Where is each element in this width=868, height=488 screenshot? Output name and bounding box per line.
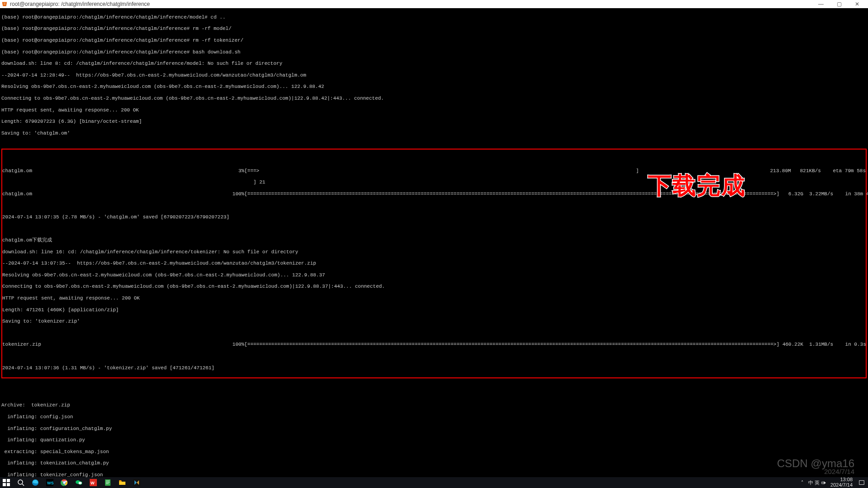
- webstorm-icon[interactable]: WS: [45, 478, 54, 487]
- window-title: root@orangepiaipro: /chatglm/inference/c…: [10, 1, 150, 7]
- svg-rect-17: [106, 481, 110, 481]
- edge-icon[interactable]: [31, 478, 40, 487]
- svg-rect-0: [3, 479, 6, 482]
- file-explorer-icon[interactable]: [118, 478, 127, 487]
- svg-rect-19: [106, 483, 109, 484]
- mobaxterm-icon[interactable]: [132, 478, 141, 487]
- windows-taskbar: WS W ˄ 中 英 🕪 13:08 2024/7/14: [0, 477, 868, 488]
- terminal-output[interactable]: (base) root@orangepiaipro:/chatglm/infer…: [0, 8, 868, 477]
- start-menu-icon[interactable]: [2, 478, 11, 487]
- svg-text:W: W: [91, 481, 95, 485]
- taskbar-clock[interactable]: 13:08 2024/7/14: [830, 477, 853, 488]
- ime-indicator[interactable]: 中 英 🕪: [808, 479, 826, 486]
- svg-rect-18: [106, 482, 110, 483]
- search-icon[interactable]: [16, 478, 25, 487]
- notes-icon[interactable]: [103, 478, 112, 487]
- minimize-button[interactable]: —: [812, 0, 830, 8]
- notifications-icon[interactable]: [857, 478, 866, 487]
- window-titlebar: root@orangepiaipro: /chatglm/inference/c…: [0, 0, 868, 8]
- svg-point-4: [18, 480, 23, 484]
- tray-chevron-up-icon[interactable]: ˄: [801, 480, 804, 486]
- svg-line-5: [22, 484, 24, 486]
- svg-rect-2: [3, 483, 6, 486]
- app-icon: [2, 1, 7, 7]
- svg-text:WS: WS: [47, 481, 53, 485]
- annotation-download-complete: 下载完成: [648, 170, 746, 202]
- svg-rect-3: [7, 483, 10, 486]
- svg-point-13: [78, 482, 82, 484]
- svg-rect-1: [7, 479, 10, 482]
- maximize-button[interactable]: ▢: [830, 0, 848, 8]
- chrome-icon[interactable]: [60, 478, 69, 487]
- close-button[interactable]: ✕: [848, 0, 866, 8]
- wps-icon[interactable]: W: [89, 478, 98, 487]
- svg-rect-24: [859, 481, 864, 485]
- wechat-icon[interactable]: [74, 478, 83, 487]
- svg-rect-20: [119, 480, 121, 482]
- svg-point-11: [63, 482, 65, 483]
